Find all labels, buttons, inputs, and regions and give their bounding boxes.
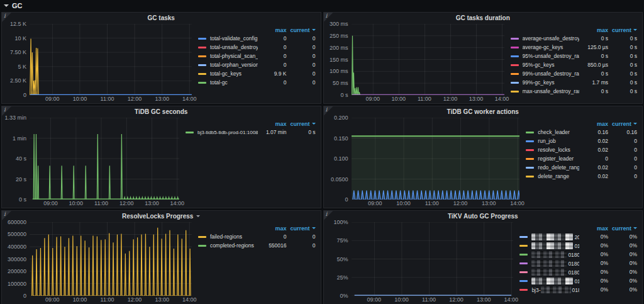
- legend-sort-current[interactable]: current: [287, 121, 316, 127]
- legend-item[interactable]: total-orphan_versions00: [198, 60, 316, 69]
- panel-title[interactable]: GC tasks: [2, 13, 321, 23]
- panel-title[interactable]: TiDB GC worker actions: [324, 106, 643, 116]
- legend-item[interactable]: average-gc_keys125.0 µs0 s: [511, 43, 638, 52]
- y-axis-label: 600000: [8, 219, 26, 225]
- panel-resolvelocks-progress: i ResolveLocks Progress 6000005000004000…: [1, 210, 321, 304]
- panel-tidb-gc-seconds: i TiDB GC seconds 1.33 min1 min40 s20 s0…: [1, 106, 321, 208]
- series-name: total-validate_config: [210, 35, 258, 42]
- panel-title-text: GC tasks: [148, 14, 175, 21]
- legend-sort-max[interactable]: max: [258, 121, 287, 127]
- redacted-text: [531, 251, 567, 258]
- series-name: total-gc: [210, 79, 258, 86]
- series-current-value: 0%: [608, 260, 637, 266]
- panel-title[interactable]: TiDB GC seconds: [2, 106, 321, 116]
- legend-item[interactable]: 201800%0%: [519, 232, 637, 241]
- legend-sort-max[interactable]: max: [579, 121, 608, 127]
- x-axis: 09:0010:0011:0012:0013:0014:00: [352, 200, 520, 207]
- y-axis-label: 400000: [8, 244, 26, 250]
- x-axis-label: 11:00: [425, 200, 439, 206]
- legend-item[interactable]: bj3-tidb5-tidb-prod-01:100801.07 min0 s: [186, 128, 315, 137]
- legend-sort-max[interactable]: max: [579, 27, 608, 33]
- series-color-swatch: [186, 132, 194, 133]
- chart-plot[interactable]: [352, 24, 504, 95]
- legend-sort-current[interactable]: current: [608, 121, 637, 127]
- panel-title-text: TiKV Auto GC Progress: [448, 213, 518, 220]
- series-max-value: 0 s: [579, 35, 608, 42]
- series-max-value: 0: [258, 53, 287, 59]
- legend-item[interactable]: 99%-gc_keys1.7 ms0 s: [511, 78, 638, 87]
- legend-item[interactable]: failed-regions00: [198, 232, 316, 241]
- legend-item[interactable]: max-unsafe_destroy_range0 s0 s: [511, 87, 638, 96]
- legend-item[interactable]: register_leader00: [526, 154, 637, 163]
- chart-plot[interactable]: [30, 118, 179, 200]
- legend-sort-max[interactable]: max: [258, 225, 287, 232]
- legend-item[interactable]: completed-regions5500160: [198, 241, 316, 250]
- legend-sort-max[interactable]: max: [258, 27, 287, 33]
- chart-plot[interactable]: [30, 24, 192, 95]
- y-axis-label: 75%: [336, 237, 348, 244]
- series-current-value: 0 s: [608, 44, 637, 50]
- legend-item[interactable]: total-unsafe_destroy_range00: [198, 43, 316, 52]
- legend-item[interactable]: total-gc_keys9.9 K0: [198, 69, 316, 78]
- y-axis: 0.2000.1500.1000.05000: [326, 118, 352, 200]
- y-axis-label: 300 ms: [330, 21, 348, 27]
- series-max-value: 0%: [579, 269, 608, 275]
- y-axis-label: 1 min: [13, 135, 26, 142]
- legend-item[interactable]: redo_delete_range0.020: [526, 163, 637, 172]
- legend-item[interactable]: 99%-unsafe_destroy_range0 s0 s: [511, 69, 638, 78]
- series-current-value: 0 s: [608, 79, 637, 86]
- series-name: total-gc_keys: [210, 70, 258, 77]
- panel-title[interactable]: TiKV Auto GC Progress: [324, 211, 643, 221]
- legend-item[interactable]: delete_range0.020: [526, 172, 637, 181]
- legend-item[interactable]: 01800%0%: [519, 241, 637, 250]
- legend-sort-current[interactable]: current: [287, 27, 316, 33]
- legend-item[interactable]: 01800%0%: [519, 276, 637, 285]
- legend-item[interactable]: check_leader0.160.16: [526, 128, 637, 137]
- legend-rows: average-unsafe_destroy_range0 s0 saverag…: [511, 34, 638, 96]
- series-color-swatch: [511, 73, 519, 75]
- series-color-swatch: [526, 158, 534, 160]
- y-axis-label: 2.50 K: [10, 77, 26, 84]
- series-name: register_leader: [538, 155, 579, 162]
- legend-item[interactable]: 01800%0%: [519, 250, 637, 259]
- legend-item[interactable]: 01800%0%: [519, 267, 637, 276]
- legend-sort-current-label: current: [290, 27, 309, 33]
- series-current-value: 0: [608, 155, 637, 162]
- series-color-swatch: [519, 280, 528, 282]
- series-color-swatch: [198, 38, 206, 40]
- legend-rows: failed-regions00completed-regions5500160: [198, 232, 316, 250]
- x-axis-label: 13:00: [155, 296, 169, 303]
- legend-item[interactable]: 95%-gc_keys850.0 µs0 s: [511, 60, 638, 69]
- legend-item[interactable]: total-validate_config00: [198, 34, 316, 43]
- legend-item[interactable]: average-unsafe_destroy_range0 s0 s: [511, 34, 638, 43]
- legend-sort-current[interactable]: current: [287, 225, 316, 232]
- redacted-text: [531, 260, 567, 267]
- legend-item[interactable]: bj3-01800%0%: [519, 285, 637, 294]
- legend-item[interactable]: 01800%0%: [519, 259, 637, 267]
- legend-item[interactable]: resolve_locks0.020: [526, 145, 637, 154]
- x-axis: 09:0010:0011:0012:0013:0014:00: [352, 296, 514, 303]
- legend-item[interactable]: run_job0.020: [526, 137, 637, 145]
- y-axis-label: 5 K: [18, 64, 26, 70]
- panel-title[interactable]: GC tasks duration: [324, 13, 643, 23]
- legend-sort-current[interactable]: current: [608, 225, 637, 232]
- chart-plot[interactable]: [352, 118, 520, 200]
- legend-item[interactable]: total-gc00: [198, 78, 316, 87]
- chart-plot[interactable]: [30, 222, 192, 296]
- x-axis-label: 10:00: [396, 200, 411, 206]
- legend-sort-current[interactable]: current: [608, 27, 637, 33]
- legend-sort-max[interactable]: max: [579, 225, 608, 232]
- panel-title[interactable]: ResolveLocks Progress: [2, 211, 321, 221]
- section-header-gc[interactable]: GC: [0, 1, 644, 11]
- legend-item[interactable]: 95%-unsafe_destroy_range0 s0 s: [511, 52, 638, 60]
- legend-item[interactable]: total-physical_scan_lock00: [198, 52, 316, 60]
- y-axis-label: 100 ms: [330, 68, 348, 74]
- series-color-swatch: [198, 245, 206, 247]
- x-axis-label: 12:00: [119, 200, 134, 206]
- chart-plot[interactable]: [352, 222, 514, 296]
- x-axis-label: 09:00: [45, 96, 60, 102]
- caret-down-icon: [312, 227, 316, 229]
- legend-rows: bj3-tidb5-tidb-prod-01:100801.07 min0 s: [186, 128, 315, 137]
- series-name: 0180: [531, 260, 579, 267]
- x-axis-label: 12:00: [443, 96, 458, 102]
